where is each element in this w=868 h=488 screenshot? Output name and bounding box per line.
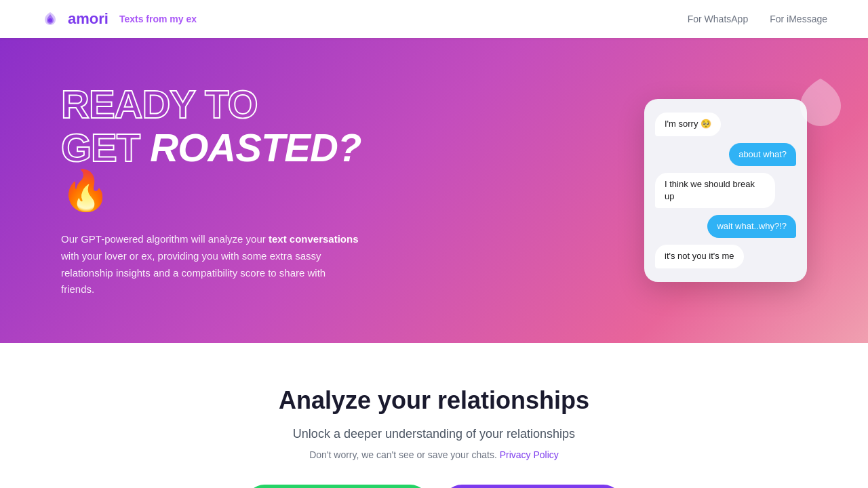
navigation: amori Texts from my ex For WhatsApp For … <box>0 0 868 38</box>
hero-content: READY TO GET ROASTED? 🔥 Our GPT-powered … <box>61 83 414 298</box>
cta-buttons-container: Get started for WhatsApp Get started for… <box>27 485 841 488</box>
chat-bubble-5: it's not you it's me <box>655 245 744 268</box>
chat-mockup: I'm sorry 🥺 about what? I think we shoul… <box>644 99 807 281</box>
hero-section: READY TO GET ROASTED? 🔥 Our GPT-powered … <box>0 38 868 343</box>
chat-bubble-2: about what? <box>729 143 796 166</box>
nav-logo-area: amori Texts from my ex <box>41 9 197 28</box>
hero-title: READY TO GET ROASTED? 🔥 <box>61 83 414 212</box>
chat-bubble-row-3: I think we should break up <box>655 173 796 208</box>
whatsapp-cta-button[interactable]: Get started for WhatsApp <box>245 485 430 488</box>
hero-description-bold: text conversations <box>269 233 359 245</box>
chat-bubble-row-2: about what? <box>655 143 796 166</box>
chat-bubble-1: I'm sorry 🥺 <box>655 113 721 136</box>
logo-text: amori <box>68 10 108 28</box>
privacy-policy-link[interactable]: Privacy Policy <box>500 449 559 460</box>
amori-logo-icon <box>41 9 60 28</box>
chat-bubble-row-1: I'm sorry 🥺 <box>655 113 796 136</box>
nav-link-imessage[interactable]: For iMessage <box>770 14 827 24</box>
hero-title-roasted: ROASTED? <box>150 125 361 169</box>
lower-title: Analyze your relationships <box>27 386 841 415</box>
nav-subtitle: Texts from my ex <box>119 14 197 24</box>
chat-bubble-row-5: it's not you it's me <box>655 245 796 268</box>
privacy-text: Don't worry, we can't see or save your c… <box>309 449 497 460</box>
corner-decorative-icon <box>793 75 848 129</box>
svg-point-0 <box>48 18 52 22</box>
chat-bubble-4: wait what..why?!? <box>707 215 796 238</box>
hero-description: Our GPT-powered algorithm will analyze y… <box>61 231 359 298</box>
lower-section: Analyze your relationships Unlock a deep… <box>0 343 868 488</box>
hero-title-line1-text: READY TO <box>61 82 258 126</box>
lower-subtitle: Unlock a deeper understanding of your re… <box>27 427 841 441</box>
hero-title-line1: READY TO <box>61 83 414 126</box>
nav-link-whatsapp[interactable]: For WhatsApp <box>688 14 748 24</box>
privacy-line: Don't worry, we can't see or save your c… <box>27 449 841 460</box>
nav-links: For WhatsApp For iMessage <box>688 14 827 24</box>
hero-title-emoji: 🔥 <box>61 168 109 212</box>
chat-bubble-row-4: wait what..why?!? <box>655 215 796 238</box>
hero-title-get: GET <box>61 125 150 169</box>
imessage-cta-button[interactable]: Get started for iMessage <box>443 485 623 488</box>
hero-title-line2: GET ROASTED? 🔥 <box>61 126 414 213</box>
hero-inner: READY TO GET ROASTED? 🔥 Our GPT-powered … <box>61 83 807 298</box>
chat-bubble-3: I think we should break up <box>655 173 775 208</box>
